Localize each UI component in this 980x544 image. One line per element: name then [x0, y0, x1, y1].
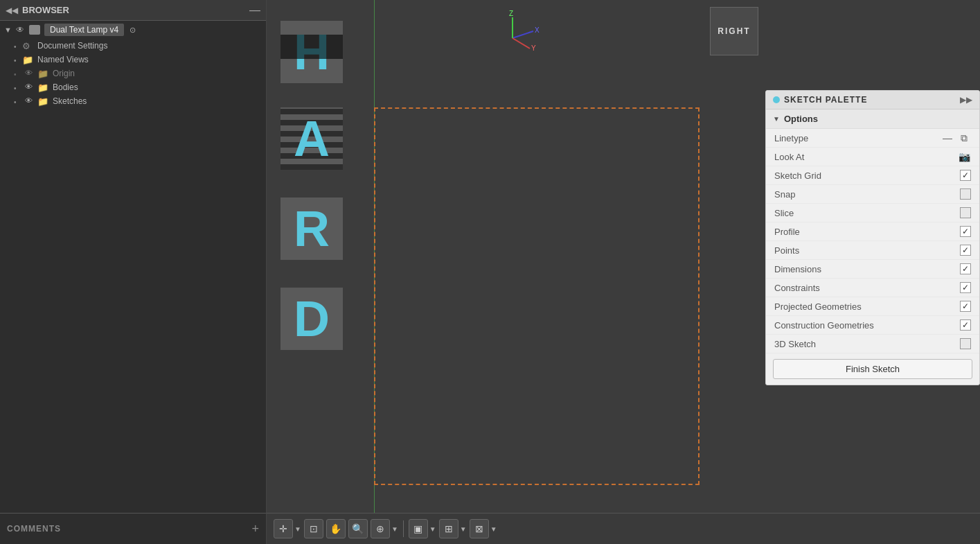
expand-dot-named-views: •	[14, 57, 19, 62]
points-checkbox[interactable]: ✓	[960, 245, 971, 256]
svg-line-1	[513, 38, 530, 49]
canvas-toolbar: ✛ ▼ ⊡ ✋ 🔍 ⊕ ▼ ▣ ▼ ⊞ ▼ ⊠ ▼	[267, 513, 980, 544]
linetype-controls: — ⧉	[941, 132, 971, 143]
svg-text:Y: Y	[531, 44, 536, 52]
browser-minimize-button[interactable]: —	[249, 4, 260, 17]
projected-geometries-label: Projected Geometries	[774, 301, 862, 312]
grid-group[interactable]: ⊞ ▼	[439, 519, 467, 538]
construction-geometries-checkbox[interactable]: ✓	[960, 319, 971, 331]
letter-block-a: A	[280, 107, 343, 170]
root-target-icon[interactable]: ⊙	[130, 26, 136, 35]
look-at-icon[interactable]: 📷	[957, 151, 971, 162]
tree-item-origin[interactable]: • 👁 📁 Origin	[0, 67, 266, 80]
tree-item-named-views[interactable]: • 📁 Named Views	[0, 53, 266, 67]
palette-expand-arrows[interactable]: ▶▶	[960, 95, 972, 105]
letter-block-r: R	[280, 198, 343, 260]
snap-label: Snap	[774, 189, 795, 200]
option-row-points[interactable]: Points ✓	[766, 241, 979, 260]
root-label[interactable]: Dual Text Lamp v4	[44, 24, 124, 36]
constraints-label: Constraints	[774, 283, 820, 293]
root-expand-arrow[interactable]: ▼	[4, 26, 11, 34]
3d-sketch-checkbox[interactable]	[960, 338, 971, 349]
finish-sketch-button[interactable]: Finish Sketch	[773, 359, 972, 379]
svg-text:Z: Z	[509, 10, 513, 17]
tree-item-document-settings[interactable]: • ⚙ Document Settings	[0, 39, 266, 53]
constraints-checkbox[interactable]: ✓	[960, 282, 971, 293]
zoom-in-button[interactable]: 🔍	[348, 519, 368, 538]
options-collapse-triangle: ▼	[773, 115, 780, 123]
grid-dropdown-arrow[interactable]: ▼	[460, 525, 467, 533]
grid-button[interactable]: ⊞	[439, 519, 458, 538]
look-at-controls: 📷	[957, 151, 971, 162]
selection-rectangle	[374, 107, 700, 485]
options-header[interactable]: ▼ Options	[766, 109, 979, 129]
root-eye-icon[interactable]: 👁	[14, 25, 26, 35]
tree-item-bodies[interactable]: • 👁 📁 Bodies	[0, 80, 266, 94]
browser-title: BROWSER	[22, 5, 245, 15]
linetype-line-icon[interactable]: —	[941, 132, 954, 143]
option-row-sketch-grid[interactable]: Sketch Grid ✓	[766, 166, 979, 185]
profile-label: Profile	[774, 227, 800, 237]
add-comment-button[interactable]: +	[251, 522, 259, 536]
cursor-dropdown-arrow[interactable]: ▼	[294, 525, 301, 533]
zoom-button[interactable]: ⊕	[371, 519, 390, 538]
sketch-grid-checkbox[interactable]: ✓	[960, 170, 971, 181]
option-row-snap[interactable]: Snap	[766, 185, 979, 204]
option-row-projected-geometries[interactable]: Projected Geometries ✓	[766, 297, 979, 316]
display-mode-group[interactable]: ▣ ▼	[409, 519, 436, 538]
option-row-profile[interactable]: Profile ✓	[766, 222, 979, 241]
option-row-look-at[interactable]: Look At 📷	[766, 148, 979, 166]
gear-icon: ⚙	[22, 41, 35, 51]
letter-h: H	[294, 27, 330, 77]
zoom-dropdown-arrow[interactable]: ▼	[391, 525, 398, 533]
display-mode-button[interactable]: ▣	[409, 519, 428, 538]
display-dropdown-arrow[interactable]: ▼	[429, 525, 436, 533]
points-label: Points	[774, 245, 799, 256]
profile-checkbox[interactable]: ✓	[960, 226, 971, 237]
axis-indicator: X Y Z	[485, 10, 540, 66]
root-box-icon	[29, 25, 40, 35]
eye-icon-sketches[interactable]: 👁	[22, 96, 35, 106]
sketch-axis-line	[374, 0, 375, 544]
expand-dot-origin: •	[14, 71, 19, 76]
sketch-palette-panel: SKETCH PALETTE ▶▶ ▼ Options Linetype — ⧉…	[765, 90, 980, 385]
folder-icon-bodies: 📁	[37, 82, 50, 92]
palette-dot	[773, 96, 780, 103]
bodies-label: Bodies	[53, 82, 78, 92]
folder-icon-sketches: 📁	[37, 96, 50, 106]
zoom-group[interactable]: ⊕ ▼	[371, 519, 398, 538]
letter-a: A	[294, 114, 330, 164]
orientation-cube-face[interactable]: RIGHT	[710, 7, 758, 55]
cursor-tool-group[interactable]: ✛ ▼	[274, 519, 301, 538]
eye-icon-origin[interactable]: 👁	[22, 69, 35, 78]
option-row-slice[interactable]: Slice	[766, 204, 979, 222]
projected-geometries-checkbox[interactable]: ✓	[960, 301, 971, 312]
snap-button[interactable]: ⊠	[470, 519, 489, 538]
option-row-construction-geometries[interactable]: Construction Geometries ✓	[766, 316, 979, 335]
option-row-linetype[interactable]: Linetype — ⧉	[766, 129, 979, 148]
pan-tool-button[interactable]: ✋	[326, 519, 346, 538]
slice-checkbox[interactable]	[960, 207, 971, 218]
linetype-copy-icon[interactable]: ⧉	[957, 132, 971, 143]
cursor-tool-button[interactable]: ✛	[274, 519, 293, 538]
tree-item-sketches[interactable]: • 👁 📁 Sketches	[0, 94, 266, 108]
eye-icon-bodies[interactable]: 👁	[22, 82, 35, 92]
tree-root-item[interactable]: ▼ 👁 Dual Text Lamp v4 ⊙	[0, 21, 266, 39]
browser-collapse-left[interactable]: ◀◀	[6, 6, 18, 15]
svg-text:X: X	[535, 26, 540, 34]
fit-view-button[interactable]: ⊡	[304, 519, 323, 538]
letter-block-d: D	[280, 288, 343, 350]
snap-dropdown-arrow[interactable]: ▼	[490, 525, 497, 533]
letter-r: R	[294, 204, 330, 254]
toolbar-separator-1	[403, 520, 404, 537]
options-title: Options	[784, 114, 818, 124]
snap-checkbox[interactable]	[960, 188, 971, 200]
palette-title: SKETCH PALETTE	[784, 95, 867, 105]
origin-label: Origin	[53, 69, 75, 78]
option-row-constraints[interactable]: Constraints ✓	[766, 279, 979, 297]
orientation-cube[interactable]: X Y Z RIGHT	[710, 7, 758, 55]
dimensions-checkbox[interactable]: ✓	[960, 263, 971, 274]
snap-group[interactable]: ⊠ ▼	[470, 519, 497, 538]
option-row-3d-sketch[interactable]: 3D Sketch	[766, 335, 979, 353]
option-row-dimensions[interactable]: Dimensions ✓	[766, 260, 979, 279]
